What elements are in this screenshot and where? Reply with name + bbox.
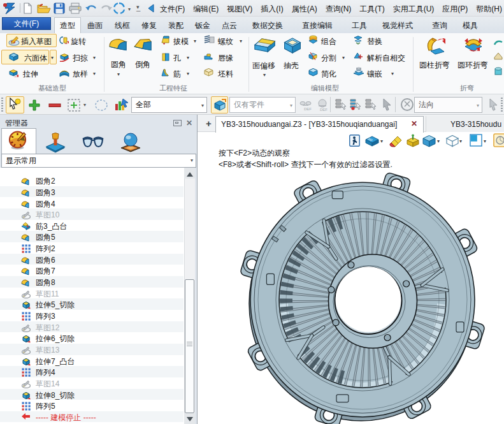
- svg-text:DEF: DEF: [320, 108, 328, 112]
- svg-text:DEF: DEF: [304, 107, 312, 111]
